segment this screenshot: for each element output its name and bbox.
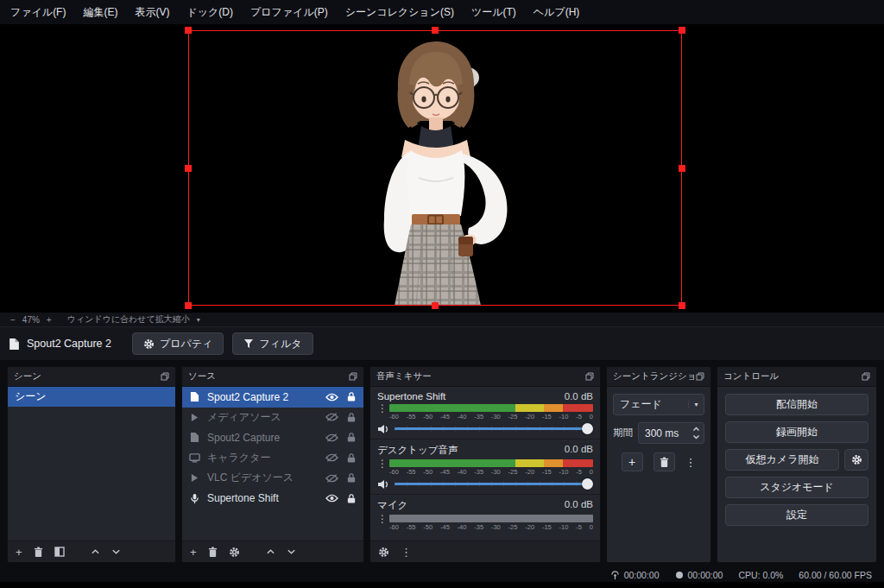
lock-icon[interactable] [344, 493, 357, 504]
speaker-icon[interactable] [377, 424, 389, 434]
remove-transition-button[interactable] [654, 452, 675, 471]
eye-off-icon[interactable] [325, 474, 338, 483]
source-row[interactable]: Spout2 Capture 2 [182, 387, 363, 408]
meter-tick-label: -50 [423, 523, 433, 531]
virtual-camera-settings-button[interactable] [844, 449, 868, 471]
mixer-panel-title: 音声ミキサー [376, 370, 432, 383]
move-scene-down-button[interactable] [111, 548, 121, 555]
selection-handle-top-right[interactable] [679, 27, 685, 34]
source-properties-icon[interactable] [229, 547, 240, 558]
speaker-icon[interactable] [377, 479, 389, 490]
lock-icon[interactable] [344, 391, 357, 402]
spin-up-icon[interactable] [692, 427, 700, 432]
zoom-in-button[interactable]: + [47, 315, 52, 325]
channel-kebab-icon[interactable]: ⋮ [377, 515, 384, 523]
mixer-channel: マイク 0.0 dB ⋮ -60-55-50-45-40-35-30-25-20… [370, 494, 600, 535]
mixer-settings-gear-icon[interactable] [378, 547, 389, 558]
source-row[interactable]: Spout2 Capture [182, 427, 363, 448]
fit-dropdown-caret-icon[interactable]: ▾ [197, 316, 200, 324]
meter-tick-label: -30 [491, 413, 501, 420]
add-scene-button[interactable]: + [16, 546, 22, 559]
selection-bounding-box[interactable] [188, 30, 682, 306]
filters-button[interactable]: フィルタ [232, 332, 313, 355]
transitions-panel-title: シーントランジション [613, 370, 696, 383]
scenes-panel-title: シーン [14, 370, 41, 383]
panel-popout-icon[interactable] [349, 372, 357, 381]
volume-slider[interactable] [395, 423, 593, 434]
start-virtual-camera-button[interactable]: 仮想カメラ開始 [725, 449, 839, 471]
meter-tick-label: -5 [576, 413, 582, 420]
volume-slider-handle[interactable] [582, 423, 593, 434]
selection-handle-mid-left[interactable] [185, 165, 192, 172]
meter-tick-label: -10 [559, 413, 569, 420]
menu-item[interactable]: プロファイル(P) [250, 5, 328, 20]
zoom-out-button[interactable]: − [10, 315, 16, 325]
studio-mode-button[interactable]: スタジオモード [725, 477, 868, 498]
panel-popout-icon[interactable] [862, 372, 870, 381]
panel-popout-icon[interactable] [696, 372, 704, 381]
transition-kebab-icon[interactable]: ⋮ [685, 456, 697, 469]
selection-handle-bottom-left[interactable] [185, 302, 192, 309]
fit-to-window-label[interactable]: ウィンドウに合わせて拡大縮小 [67, 313, 190, 326]
settings-button[interactable]: 設定 [725, 504, 868, 526]
menu-item[interactable]: ファイル(F) [10, 5, 66, 20]
remove-scene-button[interactable] [34, 547, 43, 558]
menu-item[interactable]: 表示(V) [135, 5, 169, 20]
start-recording-button[interactable]: 録画開始 [725, 421, 868, 443]
lock-icon[interactable] [344, 452, 357, 464]
selection-handle-bottom-center[interactable] [432, 302, 439, 309]
eye-icon[interactable] [325, 393, 338, 401]
menu-item[interactable]: ドック(D) [186, 5, 233, 20]
meter-tick-label: -35 [474, 468, 483, 476]
volume-slider-handle[interactable] [582, 478, 593, 490]
channel-kebab-icon[interactable]: ⋮ [377, 459, 384, 468]
add-transition-button[interactable]: + [622, 452, 643, 471]
duration-spinner[interactable]: 300 ms [638, 422, 704, 444]
source-row[interactable]: メディアソース [182, 408, 363, 428]
remove-source-button[interactable] [208, 547, 218, 558]
lock-icon[interactable] [344, 472, 357, 484]
spin-down-icon[interactable] [692, 434, 700, 439]
scene-filters-icon[interactable] [54, 547, 65, 557]
selection-handle-bottom-right[interactable] [679, 302, 685, 309]
add-source-button[interactable]: + [190, 546, 197, 559]
selection-handle-mid-right[interactable] [679, 165, 685, 172]
move-scene-up-button[interactable] [91, 548, 100, 555]
audio-mixer-panel: 音声ミキサー Supertone Shift 0.0 dB ⋮ -60-55-5… [369, 366, 601, 563]
transition-select[interactable]: フェード ▾ [613, 394, 704, 415]
lock-icon[interactable] [344, 412, 357, 423]
preview-canvas[interactable] [0, 24, 884, 313]
source-row[interactable]: Supertone Shift [182, 489, 363, 509]
filter-icon [243, 338, 254, 349]
eye-off-icon[interactable] [325, 413, 338, 421]
panel-popout-icon[interactable] [585, 372, 594, 381]
eye-icon[interactable] [325, 494, 338, 503]
panel-popout-icon[interactable] [161, 372, 169, 381]
mixer-channel: デスクトップ音声 0.0 dB ⋮ -60-55-50-45-40-35-30-… [370, 439, 600, 494]
source-row[interactable]: VLC ビデオソース [182, 468, 363, 489]
selection-handle-top-left[interactable] [185, 27, 192, 34]
eye-off-icon[interactable] [325, 453, 338, 462]
scene-row-active[interactable]: シーン [8, 387, 175, 407]
start-streaming-button[interactable]: 配信開始 [725, 394, 868, 415]
selection-handle-top-center[interactable] [432, 27, 439, 34]
menu-item[interactable]: シーンコレクション(S) [345, 5, 454, 20]
channel-kebab-icon[interactable]: ⋮ [377, 404, 384, 413]
move-source-down-button[interactable] [287, 548, 296, 555]
source-row[interactable]: キャラクター [182, 448, 363, 469]
menu-item[interactable]: ツール(T) [471, 5, 516, 20]
current-source: Spout2 Capture 2 [9, 338, 111, 351]
volume-meter [389, 404, 593, 412]
mic-icon [188, 493, 201, 504]
properties-button[interactable]: プロパティ [132, 332, 224, 355]
mixer-kebab-icon[interactable]: ⋮ [401, 546, 412, 559]
menu-item[interactable]: 編集(E) [83, 5, 117, 20]
menu-item[interactable]: ヘルプ(H) [534, 5, 580, 20]
volume-slider[interactable] [395, 478, 593, 490]
meter-tick-label: -60 [389, 413, 399, 420]
source-toolbar: Spout2 Capture 2 プロパティ フィルタ [0, 326, 884, 361]
move-source-up-button[interactable] [266, 548, 275, 555]
eye-off-icon[interactable] [325, 433, 338, 442]
lock-icon[interactable] [344, 432, 357, 443]
chevron-down-icon[interactable]: ▾ [688, 401, 704, 408]
